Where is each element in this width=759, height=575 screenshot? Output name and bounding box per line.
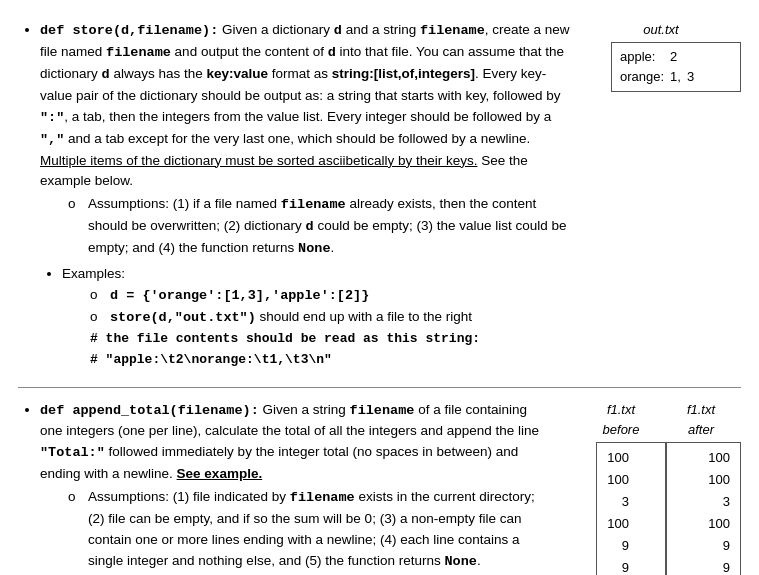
before-val: 3 (607, 492, 629, 512)
orange-val2: 3 (687, 67, 700, 87)
f1-before-box: 100 100 3 100 9 9 (596, 442, 666, 575)
example-1: d = {'orange':[1,3],'apple':[2]} (90, 285, 741, 307)
orange-val1: 1, (670, 67, 687, 87)
examples-label: Examples: (62, 266, 125, 281)
code-line-2: # "apple:\t2\norange:\t1,\t3\n" (90, 350, 741, 371)
f1-after-box: 100 100 3 100 9 9 Total:321 (666, 442, 741, 575)
before-val: 100 (607, 448, 629, 468)
table-row: 9 (607, 536, 629, 556)
before-val: 100 (607, 514, 629, 534)
example-2: store(d,"out.txt") should end up with a … (90, 307, 741, 329)
table-row: 9 (677, 536, 730, 556)
f1-labels: f1.txtbefore f1.txtafter (581, 400, 741, 440)
store-assumption: Assumptions: (1) if a file named filenam… (68, 194, 573, 260)
orange-key: orange: (620, 67, 670, 87)
before-val: 100 (607, 470, 629, 490)
after-val: 100 (677, 470, 730, 490)
table-row: 9 (677, 558, 730, 575)
section-store: def store(d,filename): Given a dictionar… (18, 10, 741, 387)
f1-before-label: f1.txtbefore (581, 400, 661, 440)
out-txt-label: out.txt (643, 20, 678, 40)
table-row: 100 (677, 470, 730, 490)
apple-val1: 2 (670, 47, 687, 67)
table-row: 100 (677, 448, 730, 468)
table-row: apple: 2 (620, 47, 700, 67)
append-total-text: def append_total(filename): Given a stri… (40, 400, 543, 573)
table-row: 100 (677, 514, 730, 534)
f1-boxes: 100 100 3 100 9 9 100 (596, 442, 741, 575)
apple-val2 (687, 47, 700, 67)
f1-after-label: f1.txtafter (661, 400, 741, 440)
table-row: 100 (607, 448, 629, 468)
after-val: 100 (677, 448, 730, 468)
table-row: 3 (677, 492, 730, 512)
before-val: 9 (607, 558, 629, 575)
code-comment: # the file contents should be read as th… (90, 329, 741, 371)
before-val: 9 (607, 536, 629, 556)
section-append-total: def append_total(filename): Given a stri… (18, 387, 741, 576)
func-def-store: def store(d,filename): (40, 23, 218, 38)
table-row: orange: 1, 3 (620, 67, 700, 87)
after-val: 3 (677, 492, 730, 512)
out-txt-box-area: out.txt apple: 2 orange: 1, (581, 20, 741, 92)
table-row: 100 (607, 470, 629, 490)
after-val: 9 (677, 558, 730, 575)
out-txt-box: apple: 2 orange: 1, 3 (611, 42, 741, 92)
code-line-1: # the file contents should be read as th… (90, 329, 741, 350)
append-assumption: Assumptions: (1) file indicated by filen… (68, 487, 543, 573)
main-content: def store(d,filename): Given a dictionar… (18, 10, 741, 575)
append-total-item: def append_total(filename): Given a stri… (40, 400, 741, 576)
store-text: def store(d,filename): Given a dictionar… (40, 20, 573, 260)
table-row: 3 (607, 492, 629, 512)
store-item: def store(d,filename): Given a dictionar… (40, 20, 741, 371)
f1-box-area: f1.txtbefore f1.txtafter 100 100 3 100 (551, 400, 741, 576)
store-desc: Given a dictionary d and a string filena… (40, 22, 570, 188)
apple-key: apple: (620, 47, 670, 67)
table-row: 100 (607, 514, 629, 534)
func-def-append: def append_total(filename): (40, 403, 259, 418)
after-val: 100 (677, 514, 730, 534)
examples-item: Examples: d = {'orange':[1,3],'apple':[2… (62, 264, 741, 370)
table-row: 9 (607, 558, 629, 575)
after-val: 9 (677, 536, 730, 556)
